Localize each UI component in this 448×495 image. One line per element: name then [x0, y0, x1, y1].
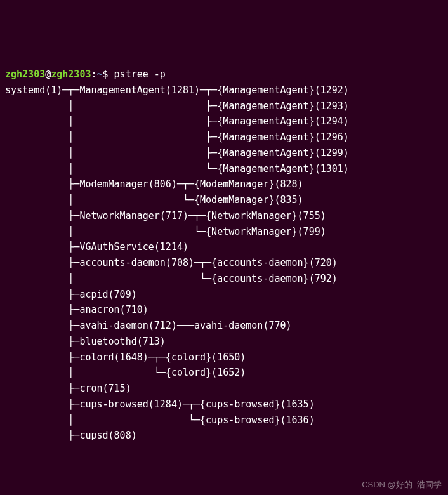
- prompt-user: zgh2303: [5, 69, 45, 80]
- pstree-line: ├─accounts-daemon(708)─┬─{accounts-daemo…: [5, 257, 338, 268]
- pstree-line: │ ├─{ManagementAgent}(1294): [5, 116, 349, 127]
- pstree-line: ├─anacron(710): [5, 304, 148, 315]
- pstree-line: ├─colord(1648)─┬─{colord}(1650): [5, 352, 246, 363]
- pstree-line: │ └─{ManagementAgent}(1301): [5, 163, 349, 175]
- command-text: pstree -p: [114, 69, 166, 80]
- prompt-at: @: [45, 69, 51, 80]
- pstree-line: ├─avahi-daemon(712)───avahi-daemon(770): [5, 320, 292, 331]
- pstree-line: ├─cupsd(808): [5, 430, 137, 441]
- pstree-line: ├─acpid(709): [5, 289, 137, 300]
- prompt-colon: :: [91, 69, 96, 80]
- pstree-line: systemd(1)─┬─ManagementAgent(1281)─┬─{Ma…: [5, 84, 349, 96]
- pstree-line: │ ├─{ManagementAgent}(1299): [5, 147, 349, 159]
- pstree-line: ├─bluetoothd(713): [5, 336, 166, 347]
- pstree-line: │ └─{ModemManager}(835): [5, 194, 303, 206]
- pstree-line: │ └─{cups-browsed}(1636): [5, 414, 315, 426]
- pstree-line: │ ├─{ManagementAgent}(1293): [5, 100, 349, 112]
- pstree-line: │ └─{NetworkManager}(799): [5, 226, 326, 237]
- pstree-line: ├─VGAuthService(1214): [5, 241, 188, 253]
- pstree-line: │ └─{colord}(1652): [5, 367, 246, 378]
- prompt-host: zgh2303: [51, 69, 91, 80]
- terminal-output: zgh2303@zgh2303:~$ pstree -p systemd(1)─…: [5, 67, 443, 444]
- pstree-line: ├─NetworkManager(717)─┬─{NetworkManager}…: [5, 210, 326, 221]
- prompt-path: ~: [97, 69, 103, 80]
- pstree-line: │ └─{accounts-daemon}(792): [5, 273, 338, 284]
- pstree-line: ├─ModemManager(806)─┬─{ModemManager}(828…: [5, 178, 303, 190]
- pstree-line: ├─cups-browsed(1284)─┬─{cups-browsed}(16…: [5, 399, 315, 410]
- pstree-line: │ ├─{ManagementAgent}(1296): [5, 131, 349, 143]
- pstree-line: ├─cron(715): [5, 383, 131, 394]
- prompt-dollar: $: [103, 69, 114, 80]
- watermark-text: CSDN @好的_浩同学: [362, 478, 442, 491]
